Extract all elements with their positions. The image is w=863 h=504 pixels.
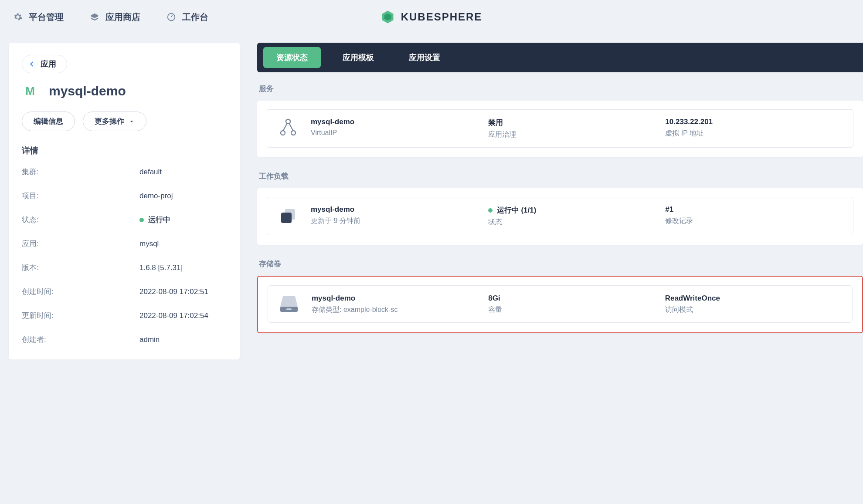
nav-platform[interactable]: 平台管理 bbox=[13, 11, 64, 23]
service-icon bbox=[278, 118, 299, 139]
workload-status-label: 状态 bbox=[488, 218, 666, 227]
section-title-workloads: 工作负载 bbox=[259, 171, 863, 181]
status-dot-icon bbox=[488, 208, 493, 213]
nav-workbench-label: 工作台 bbox=[182, 11, 208, 23]
workload-row[interactable]: mysql-demo 更新于 9 分钟前 运行中 (1/1) 状态 #1 修改记… bbox=[267, 197, 853, 235]
volume-sc: 存储类型: example-block-sc bbox=[312, 305, 488, 315]
service-gov-status: 禁用 bbox=[488, 118, 666, 128]
edit-info-label: 编辑信息 bbox=[34, 116, 63, 126]
detail-val: admin bbox=[139, 335, 160, 345]
nav-store[interactable]: 应用商店 bbox=[90, 11, 140, 23]
kubesphere-logo-icon bbox=[381, 10, 395, 24]
detail-row-cluster: 集群: default bbox=[22, 167, 227, 177]
tab-app-settings[interactable]: 应用设置 bbox=[396, 47, 453, 68]
detail-row-updated: 更新时间: 2022-08-09 17:02:54 bbox=[22, 311, 227, 321]
section-title-volumes: 存储卷 bbox=[259, 259, 863, 269]
volume-name: mysql-demo bbox=[312, 294, 488, 303]
service-row[interactable]: mysql-demo VirtualIP 禁用 应用治理 10.233.22.2… bbox=[267, 109, 853, 148]
detail-row-project: 项目: demo-proj bbox=[22, 191, 227, 201]
volume-mode-label: 访问模式 bbox=[665, 305, 842, 315]
detail-key: 项目: bbox=[22, 191, 139, 201]
detail-key: 应用: bbox=[22, 239, 139, 249]
workload-status-text: 运行中 (1/1) bbox=[497, 205, 537, 215]
service-ip-label: 虚拟 IP 地址 bbox=[665, 129, 843, 138]
svg-rect-7 bbox=[281, 213, 292, 223]
brand-text: KUBESPHERE bbox=[401, 11, 482, 23]
svg-point-5 bbox=[291, 131, 296, 135]
detail-val: demo-proj bbox=[139, 191, 173, 201]
service-name: mysql-demo bbox=[311, 118, 488, 126]
volume-capacity-label: 容量 bbox=[488, 305, 665, 315]
service-type: VirtualIP bbox=[311, 129, 488, 137]
details-table: 集群: default 项目: demo-proj 状态: 运行中 应用: my… bbox=[22, 167, 227, 345]
detail-key: 创建时间: bbox=[22, 287, 139, 297]
volume-mode: ReadWriteOnce bbox=[665, 294, 842, 303]
detail-val: default bbox=[139, 167, 162, 177]
detail-row-status: 状态: 运行中 bbox=[22, 215, 227, 225]
detail-val: 2022-08-09 17:02:51 bbox=[139, 287, 208, 297]
top-header: 平台管理 应用商店 工作台 KUBESPHERE bbox=[0, 0, 863, 34]
status-text: 运行中 bbox=[148, 215, 170, 225]
app-title: mysql-demo bbox=[49, 84, 126, 98]
detail-val: mysql bbox=[139, 239, 159, 249]
detail-key: 更新时间: bbox=[22, 311, 139, 321]
status-dot-icon bbox=[139, 218, 144, 222]
gauge-icon bbox=[166, 12, 176, 22]
chevron-left-icon bbox=[28, 61, 35, 68]
service-gov-label: 应用治理 bbox=[488, 130, 666, 139]
volume-row[interactable]: mysql-demo 存储类型: example-block-sc 8Gi 容量… bbox=[268, 285, 853, 323]
workload-name: mysql-demo bbox=[311, 205, 488, 214]
workload-icon bbox=[278, 206, 299, 227]
workload-status: 运行中 (1/1) bbox=[488, 205, 666, 215]
details-header: 详情 bbox=[22, 145, 227, 156]
svg-marker-8 bbox=[280, 296, 298, 307]
caret-down-icon bbox=[129, 118, 135, 125]
svg-rect-10 bbox=[286, 308, 292, 310]
back-label: 应用 bbox=[41, 59, 56, 69]
volume-icon bbox=[279, 294, 299, 315]
more-actions-label: 更多操作 bbox=[95, 116, 124, 126]
svg-point-4 bbox=[281, 131, 285, 135]
action-row: 编辑信息 更多操作 bbox=[22, 112, 227, 131]
tab-bar: 资源状态 应用模板 应用设置 bbox=[257, 43, 863, 72]
workload-updated: 更新于 9 分钟前 bbox=[311, 216, 488, 226]
services-card: mysql-demo VirtualIP 禁用 应用治理 10.233.22.2… bbox=[257, 101, 863, 157]
detail-val: 1.6.8 [5.7.31] bbox=[139, 263, 183, 273]
side-panel: 应用 M mysql-demo 编辑信息 更多操作 详情 集群: default… bbox=[9, 43, 240, 359]
volumes-card: mysql-demo 存储类型: example-block-sc 8Gi 容量… bbox=[257, 276, 863, 333]
service-ip: 10.233.22.201 bbox=[665, 118, 843, 126]
detail-key: 集群: bbox=[22, 167, 139, 177]
detail-val: 2022-08-09 17:02:54 bbox=[139, 311, 208, 321]
detail-row-created: 创建时间: 2022-08-09 17:02:51 bbox=[22, 287, 227, 297]
nav-workbench[interactable]: 工作台 bbox=[166, 11, 208, 23]
volume-capacity: 8Gi bbox=[488, 294, 665, 303]
detail-key: 版本: bbox=[22, 263, 139, 273]
layers-icon bbox=[90, 12, 99, 22]
nav-platform-label: 平台管理 bbox=[29, 11, 64, 23]
detail-key: 创建者: bbox=[22, 335, 139, 345]
tab-resource-status[interactable]: 资源状态 bbox=[263, 47, 321, 68]
detail-key: 状态: bbox=[22, 215, 139, 225]
back-button[interactable]: 应用 bbox=[22, 55, 67, 73]
detail-row-creator: 创建者: admin bbox=[22, 335, 227, 345]
tab-app-template[interactable]: 应用模板 bbox=[330, 47, 387, 68]
svg-point-3 bbox=[286, 119, 290, 124]
nav-store-label: 应用商店 bbox=[105, 11, 140, 23]
workload-rev-label: 修改记录 bbox=[665, 216, 843, 226]
edit-info-button[interactable]: 编辑信息 bbox=[22, 112, 75, 131]
main-content: 资源状态 应用模板 应用设置 服务 mysql-demo VirtualIP bbox=[257, 43, 863, 359]
section-title-services: 服务 bbox=[259, 84, 863, 94]
detail-row-app: 应用: mysql bbox=[22, 239, 227, 249]
gear-icon bbox=[13, 12, 23, 22]
brand[interactable]: KUBESPHERE bbox=[381, 10, 482, 24]
detail-val: 运行中 bbox=[139, 215, 170, 225]
top-nav: 平台管理 应用商店 工作台 bbox=[13, 11, 208, 23]
app-title-row: M mysql-demo bbox=[22, 83, 227, 99]
more-actions-button[interactable]: 更多操作 bbox=[83, 112, 146, 131]
workload-rev: #1 bbox=[665, 205, 843, 214]
app-letter-icon: M bbox=[22, 83, 38, 99]
workloads-card: mysql-demo 更新于 9 分钟前 运行中 (1/1) 状态 #1 修改记… bbox=[257, 188, 863, 245]
detail-row-version: 版本: 1.6.8 [5.7.31] bbox=[22, 263, 227, 273]
